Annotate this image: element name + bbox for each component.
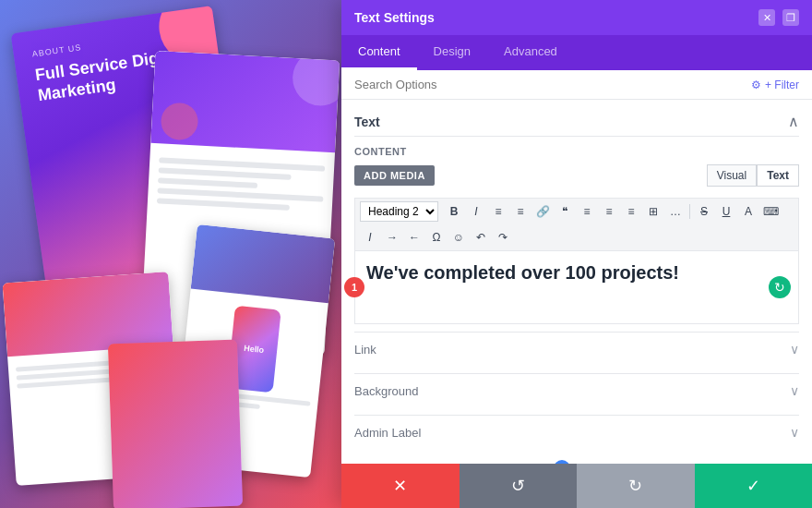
background-section: Background ∨ bbox=[354, 373, 799, 407]
step-badge: 1 bbox=[344, 277, 364, 297]
modal-header-icons: ✕ ❐ bbox=[758, 9, 799, 26]
admin-label-section: Admin Label ∨ bbox=[354, 415, 799, 449]
modal-expand-icon[interactable]: ❐ bbox=[782, 9, 799, 26]
modal-title: Text Settings bbox=[354, 10, 435, 25]
cancel-button[interactable]: ✕ bbox=[341, 464, 460, 508]
help-section: ? Help bbox=[354, 449, 799, 464]
redo-button[interactable]: ↻ bbox=[577, 464, 695, 508]
toolbar-italic[interactable]: I bbox=[466, 201, 486, 222]
filter-icon: ⚙ bbox=[751, 79, 761, 91]
background-label: Background bbox=[354, 384, 418, 398]
toolbar2-indent[interactable]: → bbox=[382, 227, 402, 248]
link-section-header[interactable]: Link ∨ bbox=[354, 333, 799, 366]
toolbar-row-1: Heading 2 B I ≡ ≡ 🔗 ❝ ≡ ≡ ≡ ⊞ … S U A ⌨ bbox=[354, 198, 799, 224]
modal-body: Text ∧ Content ADD MEDIA Visual Text Hea… bbox=[341, 100, 812, 464]
save-button[interactable]: ✓ bbox=[695, 464, 813, 508]
toolbar-keyboard[interactable]: ⌨ bbox=[760, 201, 781, 222]
toolbar2-italic[interactable]: I bbox=[360, 227, 380, 248]
tab-advanced[interactable]: Advanced bbox=[487, 35, 574, 70]
toolbar-more[interactable]: … bbox=[665, 201, 686, 222]
tab-content[interactable]: Content bbox=[341, 35, 417, 70]
text-settings-modal: Text Settings ✕ ❐ Content Design Advance… bbox=[341, 0, 812, 508]
toolbar-table[interactable]: ⊞ bbox=[643, 201, 663, 222]
modal-tabs: Content Design Advanced bbox=[341, 35, 812, 70]
toolbar-font-color[interactable]: A bbox=[738, 201, 758, 222]
toolbar-row-2: I → ← Ω ☺ ↶ ↷ bbox=[354, 224, 799, 250]
toolbar-link[interactable]: 🔗 bbox=[532, 201, 553, 222]
toolbar-ol[interactable]: ≡ bbox=[510, 201, 531, 222]
editor-area: 1 We've completed over 100 projects! ↻ bbox=[354, 250, 799, 324]
link-label: Link bbox=[354, 343, 376, 357]
toolbar2-undo[interactable]: ↶ bbox=[471, 227, 491, 248]
toolbar2-outdent[interactable]: ← bbox=[404, 227, 424, 248]
toolbar-align-center[interactable]: ≡ bbox=[599, 201, 619, 222]
background-chevron-icon: ∨ bbox=[790, 383, 799, 398]
section-title: Text bbox=[354, 115, 380, 129]
toolbar-underline[interactable]: U bbox=[716, 201, 736, 222]
background-section-header[interactable]: Background ∨ bbox=[354, 374, 799, 407]
link-chevron-icon: ∨ bbox=[790, 342, 799, 357]
admin-label-chevron-icon: ∨ bbox=[790, 425, 799, 440]
background-collage: About Us Full Service Digital Marketing … bbox=[0, 0, 360, 508]
toolbar-align-right[interactable]: ≡ bbox=[621, 201, 641, 222]
add-media-button[interactable]: ADD MEDIA bbox=[354, 165, 435, 186]
toolbar-ul[interactable]: ≡ bbox=[488, 201, 508, 222]
text-section-header: Text ∧ bbox=[354, 113, 799, 137]
modal-close-icon[interactable]: ✕ bbox=[758, 9, 775, 26]
editor-top-row: ADD MEDIA Visual Text bbox=[354, 164, 799, 194]
content-label: Content bbox=[354, 146, 799, 157]
toolbar-bold[interactable]: B bbox=[444, 201, 464, 222]
admin-label: Admin Label bbox=[354, 426, 421, 440]
view-toggle: Visual Text bbox=[707, 164, 799, 187]
heading-select[interactable]: Heading 2 bbox=[360, 201, 438, 222]
toolbar-separator bbox=[689, 204, 690, 219]
toolbar2-emoji[interactable]: ☺ bbox=[448, 227, 469, 248]
toolbar2-redo[interactable]: ↷ bbox=[493, 227, 513, 248]
modal-header: Text Settings ✕ ❐ bbox=[341, 0, 812, 35]
toolbar-align-left[interactable]: ≡ bbox=[577, 201, 597, 222]
collage-card-5 bbox=[108, 340, 243, 508]
search-input[interactable] bbox=[354, 78, 751, 91]
toolbar2-special-char[interactable]: Ω bbox=[426, 227, 447, 248]
section-collapse-icon[interactable]: ∧ bbox=[788, 113, 799, 130]
link-section: Link ∨ bbox=[354, 332, 799, 366]
filter-button[interactable]: ⚙ + Filter bbox=[751, 79, 799, 91]
search-bar: ⚙ + Filter bbox=[341, 70, 812, 100]
view-visual-button[interactable]: Visual bbox=[707, 164, 757, 187]
filter-label: + Filter bbox=[765, 79, 799, 91]
modal-footer: ✕ ↺ ↻ ✓ bbox=[341, 464, 812, 508]
admin-label-section-header[interactable]: Admin Label ∨ bbox=[354, 416, 799, 449]
undo-button[interactable]: ↺ bbox=[460, 464, 578, 508]
toolbar-strikethrough[interactable]: S bbox=[694, 201, 714, 222]
editor-content[interactable]: We've completed over 100 projects! bbox=[366, 262, 787, 284]
tab-design[interactable]: Design bbox=[417, 35, 487, 70]
toolbar-blockquote[interactable]: ❝ bbox=[555, 201, 575, 222]
ai-assist-button[interactable]: ↻ bbox=[769, 276, 791, 298]
view-text-button[interactable]: Text bbox=[757, 164, 799, 187]
